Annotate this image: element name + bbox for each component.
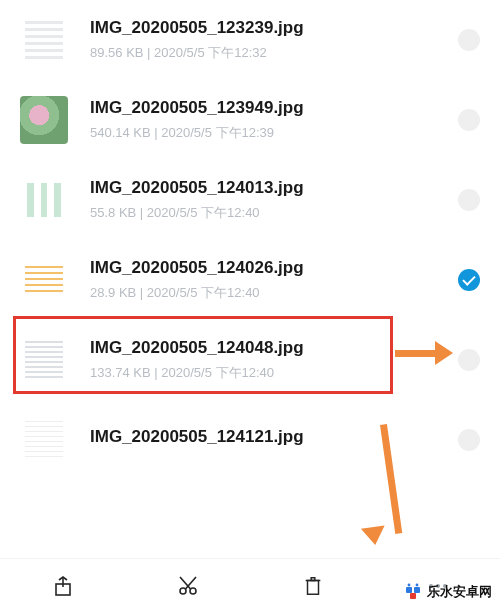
watermark: 乐水安卓网 bbox=[403, 582, 492, 602]
svg-rect-3 bbox=[307, 580, 318, 594]
watermark-text: 乐水安卓网 bbox=[427, 583, 492, 601]
file-name: IMG_20200505_123239.jpg bbox=[90, 18, 448, 38]
svg-rect-8 bbox=[414, 587, 420, 593]
file-thumbnail bbox=[20, 256, 68, 304]
file-item[interactable]: IMG_20200505_124121.jpg bbox=[0, 400, 500, 480]
file-item[interactable]: IMG_20200505_123949.jpg540.14 KB | 2020/… bbox=[0, 80, 500, 160]
trash-icon bbox=[302, 574, 324, 598]
file-name: IMG_20200505_124013.jpg bbox=[90, 178, 448, 198]
file-meta: 89.56 KB | 2020/5/5 下午12:32 bbox=[90, 44, 448, 62]
file-meta: 28.9 KB | 2020/5/5 下午12:40 bbox=[90, 284, 448, 302]
file-item[interactable]: IMG_20200505_123239.jpg89.56 KB | 2020/5… bbox=[0, 0, 500, 80]
file-item[interactable]: IMG_20200505_124026.jpg28.9 KB | 2020/5/… bbox=[0, 240, 500, 320]
file-info: IMG_20200505_124048.jpg133.74 KB | 2020/… bbox=[90, 338, 448, 382]
file-name: IMG_20200505_124026.jpg bbox=[90, 258, 448, 278]
file-info: IMG_20200505_124026.jpg28.9 KB | 2020/5/… bbox=[90, 258, 448, 302]
file-info: IMG_20200505_124121.jpg bbox=[90, 427, 448, 453]
file-thumbnail bbox=[20, 16, 68, 64]
file-thumbnail bbox=[20, 96, 68, 144]
checkbox-selected[interactable] bbox=[458, 269, 480, 291]
checkbox-unselected[interactable] bbox=[458, 109, 480, 131]
file-meta: 55.8 KB | 2020/5/5 下午12:40 bbox=[90, 204, 448, 222]
checkbox-unselected[interactable] bbox=[458, 429, 480, 451]
checkbox-unselected[interactable] bbox=[458, 29, 480, 51]
file-info: IMG_20200505_124013.jpg55.8 KB | 2020/5/… bbox=[90, 178, 448, 222]
file-thumbnail bbox=[20, 176, 68, 224]
svg-rect-9 bbox=[410, 593, 416, 599]
file-item[interactable]: IMG_20200505_124013.jpg55.8 KB | 2020/5/… bbox=[0, 160, 500, 240]
file-meta: 540.14 KB | 2020/5/5 下午12:39 bbox=[90, 124, 448, 142]
share-icon bbox=[51, 574, 75, 598]
scissors-icon bbox=[176, 574, 200, 598]
svg-point-11 bbox=[416, 584, 419, 587]
file-meta: 133.74 KB | 2020/5/5 下午12:40 bbox=[90, 364, 448, 382]
file-info: IMG_20200505_123949.jpg540.14 KB | 2020/… bbox=[90, 98, 448, 142]
file-name: IMG_20200505_124121.jpg bbox=[90, 427, 448, 447]
delete-button[interactable] bbox=[300, 573, 326, 599]
svg-point-10 bbox=[408, 584, 411, 587]
file-info: IMG_20200505_123239.jpg89.56 KB | 2020/5… bbox=[90, 18, 448, 62]
checkbox-unselected[interactable] bbox=[458, 349, 480, 371]
file-name: IMG_20200505_123949.jpg bbox=[90, 98, 448, 118]
file-thumbnail bbox=[20, 336, 68, 384]
svg-point-2 bbox=[190, 588, 196, 594]
file-item[interactable]: IMG_20200505_124048.jpg133.74 KB | 2020/… bbox=[0, 320, 500, 400]
watermark-logo-icon bbox=[403, 582, 423, 602]
file-list: IMG_20200505_123239.jpg89.56 KB | 2020/5… bbox=[0, 0, 500, 480]
checkbox-unselected[interactable] bbox=[458, 189, 480, 211]
file-name: IMG_20200505_124048.jpg bbox=[90, 338, 448, 358]
share-button[interactable] bbox=[50, 573, 76, 599]
file-thumbnail bbox=[20, 416, 68, 464]
svg-point-1 bbox=[180, 588, 186, 594]
svg-rect-7 bbox=[406, 587, 412, 593]
cut-button[interactable] bbox=[175, 573, 201, 599]
